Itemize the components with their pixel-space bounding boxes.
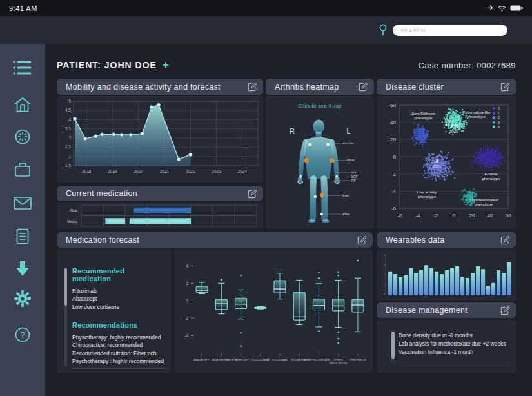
- edit-icon[interactable]: [248, 189, 257, 199]
- wifi-icon: [498, 5, 506, 12]
- svg-text:GOLIMUMAB: GOLIMUMAB: [291, 358, 308, 361]
- panel-title: Current medication: [66, 189, 137, 198]
- svg-text:2: 2: [68, 154, 71, 159]
- sidebar-item-records[interactable]: [15, 228, 30, 248]
- search-icon[interactable]: [379, 24, 388, 37]
- home-icon: [14, 97, 32, 113]
- svg-text:-4: -4: [184, 333, 188, 338]
- svg-text:phenotype: phenotype: [414, 116, 433, 120]
- svg-text:3: 3: [68, 135, 71, 140]
- svg-text:phenotype: phenotype: [482, 177, 500, 181]
- svg-text:20: 20: [469, 213, 475, 219]
- edit-icon[interactable]: [500, 235, 510, 245]
- svg-text:1: 1: [498, 111, 500, 115]
- svg-text:2.5: 2.5: [65, 144, 71, 149]
- scrollbar[interactable]: [391, 330, 395, 364]
- svg-text:0: 0: [393, 154, 397, 160]
- current-medication-gantt: Abat.Metho.: [57, 203, 263, 229]
- scrollbar[interactable]: [64, 268, 67, 366]
- body-figure[interactable]: RL shoulderelbowwristMCPPIPkneeankle: [268, 110, 371, 226]
- recommendation-item: Chiropractice: recommended: [72, 341, 164, 349]
- svg-text:-4: -4: [415, 213, 420, 219]
- sidebar-item-help[interactable]: ?: [14, 326, 31, 346]
- edit-icon[interactable]: [359, 82, 368, 92]
- xray-link[interactable]: Click to see X-ray: [266, 103, 374, 109]
- sidebar-item-messages[interactable]: [13, 196, 32, 213]
- svg-text:Polymyalgia-like: Polymyalgia-like: [462, 110, 491, 114]
- battery-icon: [510, 5, 523, 11]
- svg-text:2023: 2023: [212, 169, 221, 173]
- svg-text:X: X: [435, 158, 438, 164]
- case-number: Case number: 00027689: [418, 61, 516, 70]
- svg-text:2: 2: [186, 281, 188, 286]
- sidebar-item-menu[interactable]: [13, 59, 32, 79]
- svg-text:Erosive: Erosive: [484, 172, 498, 176]
- svg-text:RITUXIMAB: RITUXIMAB: [272, 358, 288, 361]
- sidebar-item-settings[interactable]: [14, 290, 32, 310]
- svg-text:4: 4: [186, 264, 188, 268]
- svg-text:20: 20: [390, 137, 396, 143]
- add-patient-button[interactable]: +: [163, 59, 170, 72]
- svg-text:wrist: wrist: [351, 171, 358, 174]
- panel-header-cluster: Disease cluster: [377, 79, 516, 95]
- edit-icon[interactable]: [500, 82, 510, 92]
- svg-text:2018: 2018: [82, 169, 92, 173]
- svg-text:knee: knee: [342, 194, 349, 197]
- recommendation-item: Physiotherapy: highly recommended: [72, 333, 164, 341]
- panel-title: Disease cluster: [386, 83, 444, 92]
- panel-header-disease-management: Disease management: [377, 302, 516, 318]
- sidebar-item-activity[interactable]: [14, 128, 31, 148]
- scrollbar-thumb[interactable]: [64, 268, 67, 306]
- sidebar-item-download[interactable]: [14, 260, 31, 281]
- search-input[interactable]: [393, 25, 507, 36]
- scrollbar-thumb[interactable]: [391, 332, 395, 359]
- svg-text:4.5: 4.5: [65, 108, 71, 112]
- svg-text:40: 40: [390, 120, 396, 126]
- svg-text:elbow: elbow: [346, 159, 355, 162]
- status-time: 9:41 AM: [9, 5, 37, 12]
- svg-text:MCP: MCP: [351, 175, 358, 179]
- app-screen: 9:41 AM ✈: [0, 0, 532, 396]
- recommended-medication-item: Rituximab: [72, 287, 164, 295]
- svg-text:2: 2: [498, 115, 500, 119]
- svg-text:MEDICATION: MEDICATION: [330, 362, 347, 365]
- svg-text:2021: 2021: [160, 169, 170, 173]
- disease-management-item: Vaccination Influenca -1 month: [399, 348, 508, 357]
- recommendations-heading: Recommendations: [72, 321, 164, 329]
- svg-text:5: 5: [68, 99, 71, 103]
- document-icon: [15, 228, 30, 245]
- panel-header-mobility: Mobility and disease activity and foreca…: [57, 79, 263, 95]
- airplane-icon: ✈: [488, 4, 494, 12]
- svg-text:PREDNISON: PREDNISON: [350, 358, 366, 361]
- recommendation-item: Recommended nutrition: Fiber rich: [72, 350, 164, 357]
- edit-icon[interactable]: [248, 82, 257, 92]
- svg-text:-2: -2: [391, 172, 397, 177]
- sidebar-item-cases[interactable]: [14, 161, 32, 181]
- medication-forecast-text: Recommended medication Rituximab Abatace…: [57, 249, 171, 373]
- svg-text:2020: 2020: [449, 130, 458, 134]
- svg-text:2022: 2022: [186, 169, 195, 173]
- panel-header-medication-forecast: Medication forecast: [57, 232, 373, 248]
- disease-management-item: Lab analysis for methotrexate due +2 wee…: [399, 340, 508, 348]
- recommended-medication-item: Low dose cortisone: [72, 303, 164, 311]
- edit-icon[interactable]: [357, 235, 367, 245]
- svg-text:Undifferenciated: Undifferenciated: [469, 198, 498, 202]
- svg-text:Abat.: Abat.: [70, 208, 78, 212]
- menu-icon: [13, 59, 32, 76]
- medication-forecast-boxplot: 420-2-4ABATACEPTADALIMUMABETANERCEPTTOCI…: [174, 249, 373, 373]
- svg-text:Metho.: Metho.: [67, 219, 78, 223]
- svg-text:-2: -2: [433, 213, 438, 219]
- svg-text:-6: -6: [391, 206, 397, 212]
- patient-name: PATIENT: JOHN DOE: [57, 60, 157, 70]
- recommended-medication-item: Abatacept: [72, 295, 164, 302]
- download-icon: [14, 260, 31, 278]
- svg-text:60: 60: [506, 213, 511, 219]
- svg-text:PIP: PIP: [351, 179, 356, 183]
- sidebar-item-home[interactable]: [14, 97, 32, 115]
- svg-text:1.5: 1.5: [65, 163, 71, 168]
- panel-header-wearables: Wearables data: [377, 232, 516, 248]
- edit-icon[interactable]: [500, 306, 510, 315]
- svg-text:phenotype: phenotype: [418, 195, 437, 199]
- svg-text:TOCILIZUMAB: TOCILIZUMAB: [251, 358, 270, 361]
- svg-text:ankle: ankle: [342, 213, 350, 216]
